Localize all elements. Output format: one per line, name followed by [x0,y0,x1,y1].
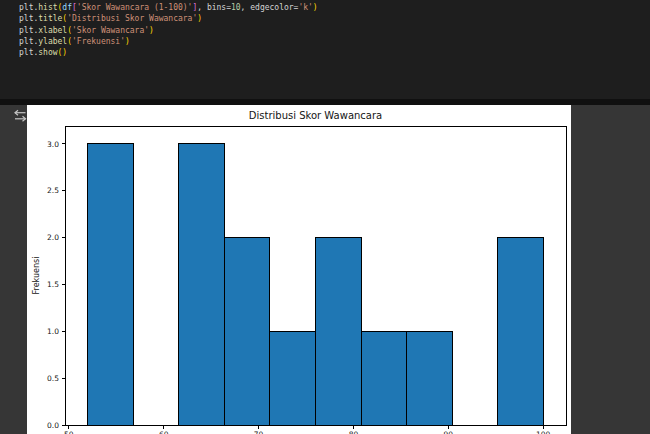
histogram-bar [224,238,270,425]
histogram-bar [316,238,362,425]
y-tick-label: 2.5 [47,186,59,195]
code-token: ) [313,3,318,12]
y-tick-label: 0.0 [47,421,59,430]
y-axis-label: Frekuensi [32,257,41,295]
code-token: 'Skor Wawancara (1-100)' [77,3,193,12]
y-tick-label: 0.5 [47,374,59,383]
y-tick-label: 3.0 [47,140,59,149]
histogram-bar [498,238,544,425]
vscode-notebook-cell: plt.hist(df['Skor Wawancara (1-100)'], b… [0,0,650,434]
histogram-chart: 50607080901000.00.51.01.52.02.53.0Distri… [27,105,571,434]
cell-output: 50607080901000.00.51.01.52.02.53.0Distri… [0,105,650,434]
chart-title: Distribusi Skor Wawancara [249,110,382,121]
x-tick-label: 60 [159,430,169,434]
histogram-bar [407,331,453,425]
code-token: 'Frekuensi' [72,37,125,46]
code-line: plt.xlabel('Skor Wawancara') [19,25,650,36]
code-token: 'Distribusi Skor Wawancara' [67,14,197,23]
y-tick-label: 1.5 [47,280,59,289]
code-token: show [38,48,57,57]
matplotlib-figure: 50607080901000.00.51.01.52.02.53.0Distri… [27,105,571,434]
histogram-bar [270,331,316,425]
code-line: plt.title('Distribusi Skor Wawancara') [19,13,650,24]
code-line: plt.ylabel('Frekuensi') [19,36,650,47]
code-token: , edgecolor= [241,3,299,12]
code-token: ylabel [38,37,67,46]
x-tick-label: 80 [349,430,359,434]
code-token: plt. [19,26,38,35]
code-lines: plt.hist(df['Skor Wawancara (1-100)'], b… [0,0,650,58]
code-token: ) [197,14,202,23]
code-token: , bins= [197,3,231,12]
code-token: plt. [19,3,38,12]
y-tick-label: 1.0 [47,327,59,336]
code-token: 'Skor Wawancara' [72,26,149,35]
code-token: 'k' [298,3,312,12]
x-tick-label: 90 [444,430,454,434]
histogram-bar [88,144,134,425]
code-token: ) [125,37,130,46]
code-token: xlabel [38,26,67,35]
histogram-bar [179,144,225,425]
code-token: 10 [231,3,241,12]
code-line: plt.show() [19,47,650,58]
y-tick-label: 2.0 [47,233,59,242]
x-tick-label: 70 [254,430,264,434]
code-token: plt. [19,37,38,46]
x-tick-label: 100 [536,430,551,434]
code-token: plt. [19,14,38,23]
code-token: plt. [19,48,38,57]
code-token: hist [38,3,57,12]
histogram-bar [361,331,407,425]
code-token: df [62,3,72,12]
code-token: ) [149,26,154,35]
code-token: ) [62,48,67,57]
code-editor[interactable]: plt.hist(df['Skor Wawancara (1-100)'], b… [0,0,650,99]
code-token: title [38,14,62,23]
x-tick-label: 50 [64,430,74,434]
code-line: plt.hist(df['Skor Wawancara (1-100)'], b… [19,2,650,13]
